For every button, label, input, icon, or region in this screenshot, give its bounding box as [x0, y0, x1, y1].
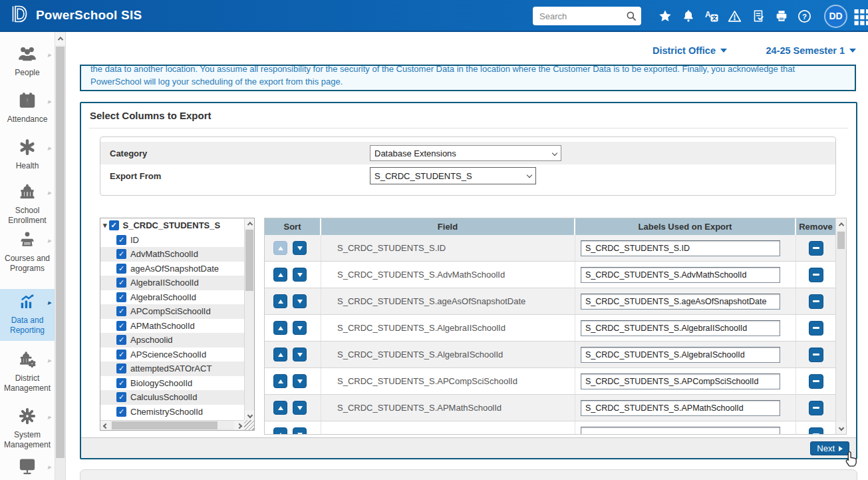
export-label-input[interactable] — [581, 400, 780, 416]
tree-horizontal-scrollbar[interactable] — [100, 420, 244, 430]
sort-down-button[interactable] — [293, 321, 307, 335]
sidebar-item-data-and-reporting[interactable]: ▸Data and Reporting — [0, 289, 55, 341]
sort-up-button[interactable] — [273, 241, 287, 255]
apps-grid-icon[interactable] — [853, 6, 868, 26]
sort-up-button[interactable] — [273, 268, 287, 282]
checkbox-checked[interactable]: ✓ — [116, 335, 126, 345]
checkbox-checked[interactable]: ✓ — [116, 350, 126, 360]
sidebar-item-district-management[interactable]: ▸District Management — [0, 347, 55, 393]
tree-item[interactable]: ✓CalculusSchoolId — [100, 390, 244, 405]
sort-down-button[interactable] — [293, 374, 307, 388]
notifications-bell-icon[interactable] — [676, 5, 700, 28]
sort-up-button[interactable] — [273, 348, 287, 361]
remove-column-button[interactable] — [809, 374, 823, 389]
checkbox-checked[interactable]: ✓ — [116, 407, 126, 417]
sort-down-button[interactable] — [293, 241, 307, 255]
checkbox-checked[interactable]: ✓ — [116, 264, 126, 274]
sidebar-item-attendance[interactable]: ▸!Attendance — [0, 88, 55, 124]
school-selector[interactable]: District Office — [652, 45, 727, 56]
tree-root-row[interactable]: ▾✓S_CRDC_STUDENTS_S — [100, 218, 244, 233]
favorites-star-icon[interactable] — [653, 5, 676, 28]
sort-up-button[interactable] — [273, 401, 287, 415]
tree-item[interactable]: ✓APCompSciSchoolId — [100, 304, 244, 319]
remove-column-button[interactable] — [809, 348, 823, 362]
user-avatar[interactable]: DD — [824, 5, 847, 28]
export-label-input[interactable] — [581, 373, 780, 389]
sidebar-item-people[interactable]: ▸People — [0, 41, 55, 78]
table-vertical-scrollbar[interactable] — [835, 218, 846, 434]
tree-item[interactable]: ✓ChemistrySchoolId — [100, 405, 244, 419]
checkbox-checked[interactable]: ✓ — [116, 363, 126, 373]
export-label-input[interactable] — [581, 240, 780, 256]
checkbox-checked[interactable]: ✓ — [116, 278, 126, 288]
alerts-warning-icon[interactable] — [723, 5, 746, 28]
checkbox-checked[interactable]: ✓ — [116, 321, 126, 331]
checkbox-checked[interactable]: ✓ — [116, 249, 126, 259]
tree-item[interactable]: ✓BiologySchoolId — [100, 376, 244, 391]
sort-up-button[interactable] — [273, 427, 287, 434]
remove-column-button[interactable] — [809, 427, 823, 435]
remove-column-button[interactable] — [809, 401, 823, 415]
sort-down-button[interactable] — [293, 401, 307, 415]
main-scrollbar[interactable] — [55, 32, 66, 480]
scroll-right-icon[interactable] — [234, 421, 244, 431]
tree-item[interactable]: ✓AdvMathSchoolId — [100, 247, 244, 262]
sort-up-button[interactable] — [273, 321, 287, 335]
sidebar-item-system-management[interactable]: ▸System Management — [0, 403, 55, 450]
tree-item[interactable]: ✓ID — [100, 233, 244, 248]
scrollbar-thumb[interactable] — [245, 230, 253, 291]
scroll-down-icon[interactable] — [836, 422, 847, 434]
tree-item[interactable]: ✓Apschoolid — [100, 333, 244, 348]
next-button[interactable]: Next — [810, 441, 849, 455]
tree-item[interactable]: ✓ageAsOfSnapshotDate — [100, 262, 244, 276]
sort-down-button[interactable] — [293, 427, 307, 434]
export-from-select[interactable]: S_CRDC_STUDENTS_S — [370, 167, 536, 184]
checkbox-checked[interactable]: ✓ — [116, 235, 126, 245]
scroll-left-icon[interactable] — [100, 421, 110, 431]
tree-item[interactable]: ✓AlgebraIISchoolId — [100, 276, 244, 290]
term-selector[interactable]: 24-25 Semester 1 — [766, 45, 857, 56]
scroll-down-icon[interactable] — [245, 410, 255, 420]
sidebar-item-school-enrollment[interactable]: ▸School Enrollment — [0, 179, 55, 226]
tree-item[interactable]: ✓attemptedSATOrACT — [100, 361, 244, 376]
sidebar-item-courses-and-programs[interactable]: ▸Courses and Programs — [0, 227, 55, 274]
translate-icon[interactable]: A — [700, 5, 723, 28]
help-icon[interactable]: ? — [793, 5, 816, 28]
resize-grip[interactable] — [244, 420, 254, 430]
export-label-input[interactable] — [581, 427, 780, 435]
checkbox-checked[interactable]: ✓ — [109, 220, 119, 230]
sort-down-button[interactable] — [293, 268, 307, 282]
export-label-input[interactable] — [581, 267, 780, 283]
scrollbar-thumb[interactable] — [56, 47, 65, 458]
search-icon[interactable] — [625, 10, 637, 22]
tree-vertical-scrollbar[interactable] — [244, 218, 254, 420]
report-queue-icon[interactable] — [746, 5, 770, 28]
sidebar-item-health[interactable]: ▸Health — [0, 134, 55, 171]
tree-item[interactable]: ✓APMathSchoolId — [100, 319, 244, 334]
sort-down-button[interactable] — [293, 348, 307, 361]
sort-down-button[interactable] — [293, 294, 307, 308]
sidebar-item-monitor[interactable]: ▸ — [0, 453, 55, 480]
print-icon[interactable] — [770, 5, 793, 28]
remove-column-button[interactable] — [809, 241, 823, 256]
scrollbar-thumb[interactable] — [837, 232, 845, 249]
checkbox-checked[interactable]: ✓ — [116, 306, 126, 316]
tree-item[interactable]: ✓AlgebraISchoolId — [100, 290, 244, 305]
remove-column-button[interactable] — [809, 268, 823, 282]
checkbox-checked[interactable]: ✓ — [116, 378, 126, 388]
checkbox-checked[interactable]: ✓ — [116, 292, 126, 302]
tree-item[interactable]: ✓APScienceSchoolId — [100, 348, 244, 362]
category-select[interactable]: Database Extensions — [370, 145, 561, 161]
tree-collapse-icon[interactable]: ▾ — [103, 221, 107, 230]
checkbox-checked[interactable]: ✓ — [116, 392, 126, 402]
scroll-up-icon[interactable] — [55, 32, 65, 45]
export-label-input[interactable] — [581, 347, 780, 363]
remove-column-button[interactable] — [809, 294, 823, 309]
scrollbar-thumb[interactable] — [112, 421, 217, 429]
remove-column-button[interactable] — [809, 321, 823, 336]
sort-up-button[interactable] — [273, 374, 287, 388]
export-label-input[interactable] — [581, 294, 780, 310]
sort-up-button[interactable] — [273, 294, 287, 308]
scroll-up-icon[interactable] — [245, 218, 255, 228]
export-label-input[interactable] — [581, 320, 780, 336]
